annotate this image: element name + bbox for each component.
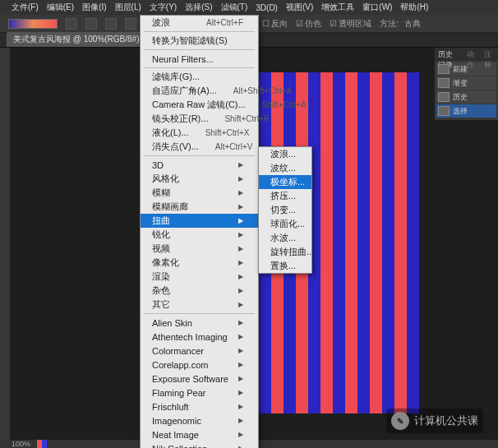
filter-item[interactable]: Exposure Software▶: [141, 372, 258, 386]
submenu-arrow-icon: ▶: [238, 231, 243, 238]
menu-t[interactable]: 滤镜(T): [218, 0, 251, 15]
filter-item[interactable]: 杂色▶: [141, 284, 258, 298]
distort-item[interactable]: 旋转扭曲...: [259, 245, 311, 259]
submenu-arrow-icon: ▶: [238, 245, 243, 252]
document-tab-active[interactable]: 美式复古风海报 @ 100%(RGB/8#): [7, 32, 146, 47]
filter-item[interactable]: 消失点(V)...Alt+Ctrl+V: [141, 140, 258, 154]
submenu-arrow-icon: ▶: [238, 417, 243, 424]
filter-item[interactable]: 滤镜库(G)...: [141, 70, 258, 84]
submenu-arrow-icon: ▶: [238, 333, 243, 340]
distort-item[interactable]: 极坐标...: [259, 175, 311, 189]
menu-i[interactable]: 图像(I): [79, 0, 109, 15]
distort-submenu: 波浪...波纹...极坐标...挤压...切变...球面化...水波...旋转扭…: [258, 146, 312, 274]
filter-item[interactable]: 锐化▶: [141, 228, 258, 242]
gradient-swatch[interactable]: [8, 19, 58, 29]
doc-thumb-icon: [37, 440, 47, 448]
submenu-arrow-icon: ▶: [238, 389, 243, 396]
history-item[interactable]: 渐变: [436, 76, 496, 90]
menu-s[interactable]: 选择(S): [182, 0, 215, 15]
filter-item[interactable]: 视频▶: [141, 242, 258, 256]
submenu-arrow-icon: ▶: [238, 287, 243, 294]
submenu-arrow-icon: ▶: [238, 319, 243, 326]
history-thumb-icon: [438, 92, 450, 102]
submenu-arrow-icon: ▶: [238, 189, 243, 196]
tab-history[interactable]: 历史记录: [435, 48, 463, 61]
distort-item[interactable]: 切变...: [259, 203, 311, 217]
filter-item[interactable]: 自适应广角(A)...Alt+Shift+Ctrl+A: [141, 84, 258, 98]
submenu-arrow-icon: ▶: [238, 259, 243, 266]
filter-item[interactable]: 其它▶: [141, 298, 258, 312]
filter-item[interactable]: 像素化▶: [141, 256, 258, 270]
submenu-arrow-icon: ▶: [238, 161, 243, 169]
menu-w[interactable]: 窗口(W): [359, 0, 395, 15]
submenu-arrow-icon: ▶: [238, 217, 243, 224]
tab-actions[interactable]: 动作: [463, 48, 481, 61]
distort-item[interactable]: 波纹...: [259, 161, 311, 175]
filter-item[interactable]: Athentech Imaging▶: [141, 330, 258, 344]
distort-item[interactable]: 水波...: [259, 231, 311, 245]
wechat-icon: ✎: [391, 412, 409, 430]
distort-item[interactable]: 挤压...: [259, 189, 311, 203]
gradient-type-radial-icon[interactable]: [85, 18, 97, 30]
history-thumb-icon: [438, 78, 450, 88]
submenu-arrow-icon: ▶: [238, 203, 243, 210]
filter-item[interactable]: Camera Raw 滤镜(C)...Shift+Ctrl+A: [141, 98, 258, 112]
submenu-arrow-icon: ▶: [238, 445, 243, 448]
filter-item[interactable]: 镜头校正(R)...Shift+Ctrl+R: [141, 112, 258, 126]
menu-v[interactable]: 视图(V): [283, 0, 316, 15]
menu-e[interactable]: 编辑(E): [44, 0, 77, 15]
filter-item[interactable]: 模糊画廊▶: [141, 200, 258, 214]
filter-item[interactable]: 风格化▶: [141, 172, 258, 186]
history-panel: 历史记录 动作 注释 新建渐变历史选择: [434, 48, 498, 120]
menu-h[interactable]: 帮助(H): [397, 0, 431, 15]
filter-item[interactable]: Frischluft▶: [141, 400, 258, 413]
filter-item[interactable]: 3D▶: [141, 158, 258, 172]
menu-l[interactable]: 图层(L): [112, 0, 145, 15]
history-item[interactable]: 历史: [436, 90, 496, 104]
filter-item[interactable]: 模糊▶: [141, 186, 258, 200]
distort-item[interactable]: 置换...: [259, 259, 311, 273]
dither-checkbox[interactable]: ☑ 仿色: [296, 18, 321, 30]
gradient-type-linear-icon[interactable]: [66, 18, 77, 30]
filter-item[interactable]: Flaming Pear▶: [141, 386, 258, 400]
filter-menu: 波浪Alt+Ctrl+F转换为智能滤镜(S)Neural Filters...滤…: [140, 15, 259, 448]
filter-item[interactable]: Alien Skin▶: [141, 316, 258, 330]
tab-notes[interactable]: 注释: [481, 48, 498, 61]
menubar: 文件(F)编辑(E)图像(I)图层(L)文字(Y)选择(S)滤镜(T)3D(D)…: [0, 0, 498, 15]
filter-item[interactable]: 转换为智能滤镜(S): [141, 34, 258, 48]
tool-palette[interactable]: [0, 48, 10, 440]
menu-[interactable]: 增效工具: [318, 0, 357, 15]
history-thumb-icon: [438, 106, 450, 116]
method-label: 方法: 古典: [380, 18, 421, 30]
menu-dd[interactable]: 3D(D): [252, 2, 281, 14]
submenu-arrow-icon: ▶: [238, 301, 243, 308]
filter-item[interactable]: Nik Collection▶: [141, 441, 258, 448]
watermark: ✎ 计算机公共课: [386, 409, 483, 433]
filter-item[interactable]: 渲染▶: [141, 270, 258, 284]
zoom-level[interactable]: 100%: [12, 440, 30, 448]
filter-item[interactable]: Neural Filters...: [141, 52, 258, 66]
filter-item[interactable]: 波浪Alt+Ctrl+F: [141, 16, 258, 30]
gradient-type-angle-icon[interactable]: [105, 18, 117, 30]
filter-item[interactable]: Neat Image▶: [141, 427, 258, 441]
history-item[interactable]: 选择: [436, 104, 496, 118]
submenu-arrow-icon: ▶: [238, 347, 243, 354]
submenu-arrow-icon: ▶: [238, 375, 243, 382]
filter-item[interactable]: Imagenomic▶: [141, 413, 258, 427]
gradient-type-reflected-icon[interactable]: [125, 18, 136, 30]
reverse-checkbox[interactable]: ☐ 反向: [262, 18, 288, 30]
history-thumb-icon: [438, 64, 450, 74]
filter-item[interactable]: Colormancer▶: [141, 344, 258, 358]
distort-item[interactable]: 球面化...: [259, 217, 311, 231]
filter-item[interactable]: 液化(L)...Shift+Ctrl+X: [141, 126, 258, 140]
submenu-arrow-icon: ▶: [238, 361, 243, 368]
distort-item[interactable]: 波浪...: [259, 147, 311, 161]
submenu-arrow-icon: ▶: [238, 403, 243, 410]
filter-item[interactable]: Corelapp.com▶: [141, 358, 258, 372]
submenu-arrow-icon: ▶: [238, 273, 243, 280]
menu-f[interactable]: 文件(F): [8, 0, 42, 15]
menu-y[interactable]: 文字(Y): [146, 0, 180, 15]
transparency-checkbox[interactable]: ☑ 透明区域: [330, 18, 371, 30]
filter-item[interactable]: 扭曲▶: [141, 214, 258, 228]
submenu-arrow-icon: ▶: [238, 175, 243, 182]
